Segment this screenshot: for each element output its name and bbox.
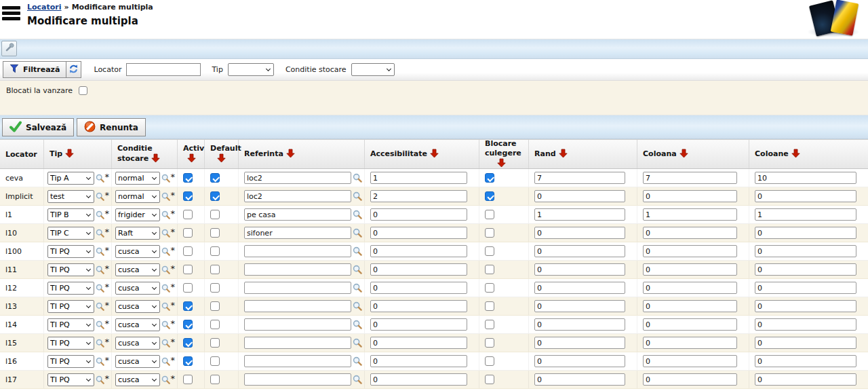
referinta-lookup-magnifier-icon[interactable] xyxy=(353,338,362,348)
sort-arrow-icon[interactable] xyxy=(217,153,236,166)
tip-lookup-magnifier-icon[interactable] xyxy=(96,320,104,329)
referinta-input[interactable] xyxy=(244,190,351,202)
locator-filter-input[interactable] xyxy=(126,63,201,76)
referinta-input[interactable] xyxy=(244,245,351,257)
blocare-culegere-checkbox[interactable] xyxy=(485,246,494,256)
tip-select[interactable]: TIP C xyxy=(48,227,94,239)
conditie-select[interactable]: cusca xyxy=(116,264,159,276)
conditie-select[interactable]: cusca xyxy=(116,246,159,257)
referinta-input[interactable] xyxy=(244,300,351,312)
coloane-input[interactable] xyxy=(755,318,856,331)
activ-checkbox[interactable] xyxy=(183,375,193,384)
activ-checkbox[interactable] xyxy=(183,246,193,256)
coloana-input[interactable] xyxy=(643,300,737,312)
conditie-lookup-magnifier-icon[interactable] xyxy=(161,247,170,256)
default-checkbox[interactable] xyxy=(210,320,220,329)
tip-lookup-magnifier-icon[interactable] xyxy=(96,265,104,274)
referinta-lookup-magnifier-icon[interactable] xyxy=(353,320,362,329)
conditie-select[interactable]: cusca xyxy=(116,337,159,349)
blocare-culegere-checkbox[interactable] xyxy=(485,283,494,293)
conditie-lookup-magnifier-icon[interactable] xyxy=(161,357,170,366)
default-checkbox[interactable] xyxy=(210,210,220,219)
coloane-input[interactable] xyxy=(755,263,856,276)
tip-lookup-magnifier-icon[interactable] xyxy=(96,357,104,366)
coloane-input[interactable] xyxy=(755,208,856,221)
coloana-input[interactable] xyxy=(643,208,737,221)
rand-input[interactable] xyxy=(534,337,625,349)
accesibilitate-input[interactable] xyxy=(370,355,467,367)
referinta-lookup-magnifier-icon[interactable] xyxy=(353,173,362,183)
coloana-input[interactable] xyxy=(643,227,737,239)
default-checkbox[interactable] xyxy=(210,173,220,183)
referinta-input[interactable] xyxy=(244,373,351,386)
coloana-input[interactable] xyxy=(643,373,737,386)
referinta-lookup-magnifier-icon[interactable] xyxy=(353,228,362,238)
coloane-input[interactable] xyxy=(755,190,856,202)
coloane-input[interactable] xyxy=(755,172,856,184)
activ-checkbox[interactable] xyxy=(183,210,193,219)
referinta-input[interactable] xyxy=(244,208,351,221)
sort-arrow-icon[interactable] xyxy=(679,149,688,161)
referinta-input[interactable] xyxy=(244,172,351,184)
sort-arrow-icon[interactable] xyxy=(65,149,74,161)
rand-input[interactable] xyxy=(534,227,625,239)
coloana-input[interactable] xyxy=(643,190,737,202)
settings-button[interactable] xyxy=(1,41,17,56)
conditie-lookup-magnifier-icon[interactable] xyxy=(161,229,170,238)
tip-select[interactable]: TI PQ xyxy=(48,282,94,294)
accesibilitate-input[interactable] xyxy=(370,318,467,331)
accesibilitate-input[interactable] xyxy=(370,227,467,239)
accesibilitate-input[interactable] xyxy=(370,282,467,294)
accesibilitate-input[interactable] xyxy=(370,208,467,221)
conditie-lookup-magnifier-icon[interactable] xyxy=(161,210,170,219)
activ-checkbox[interactable] xyxy=(183,283,193,293)
activ-checkbox[interactable] xyxy=(183,265,193,274)
referinta-lookup-magnifier-icon[interactable] xyxy=(353,191,362,201)
accesibilitate-input[interactable] xyxy=(370,300,467,312)
coloane-input[interactable] xyxy=(755,227,856,239)
conditie-select[interactable]: cusca xyxy=(116,356,159,367)
coloana-input[interactable] xyxy=(643,263,737,276)
conditie-select[interactable]: cusca xyxy=(116,282,159,294)
sort-arrow-icon[interactable] xyxy=(791,149,800,161)
referinta-input[interactable] xyxy=(244,282,351,294)
rand-input[interactable] xyxy=(534,245,625,257)
tip-select[interactable]: TI PQ xyxy=(48,246,94,257)
conditie-lookup-magnifier-icon[interactable] xyxy=(161,265,170,274)
sort-arrow-icon[interactable] xyxy=(430,149,439,161)
tip-lookup-magnifier-icon[interactable] xyxy=(96,210,104,219)
rand-input[interactable] xyxy=(534,263,625,276)
tip-select[interactable]: TIP B xyxy=(48,209,94,221)
activ-checkbox[interactable] xyxy=(183,338,193,348)
coloane-input[interactable] xyxy=(755,282,856,294)
sort-arrow-icon[interactable] xyxy=(151,153,160,166)
coloana-input[interactable] xyxy=(643,337,737,349)
referinta-input[interactable] xyxy=(244,318,351,331)
conditie-select[interactable]: Raft xyxy=(116,227,159,239)
tip-select[interactable]: test xyxy=(48,191,94,202)
accesibilitate-input[interactable] xyxy=(370,172,467,184)
conditie-lookup-magnifier-icon[interactable] xyxy=(161,375,170,384)
rand-input[interactable] xyxy=(534,373,625,386)
rand-input[interactable] xyxy=(534,318,625,331)
tip-select[interactable]: TI PQ xyxy=(48,337,94,349)
referinta-input[interactable] xyxy=(244,227,351,239)
tip-lookup-magnifier-icon[interactable] xyxy=(96,284,104,293)
coloane-input[interactable] xyxy=(755,373,856,386)
rand-input[interactable] xyxy=(534,300,625,312)
default-checkbox[interactable] xyxy=(210,338,220,348)
referinta-lookup-magnifier-icon[interactable] xyxy=(353,265,362,274)
referinta-input[interactable] xyxy=(244,355,351,367)
tip-lookup-magnifier-icon[interactable] xyxy=(96,174,104,183)
activ-checkbox[interactable] xyxy=(183,356,193,366)
tip-select[interactable]: TI PQ xyxy=(48,319,94,331)
conditie-select[interactable]: normal xyxy=(116,191,159,202)
conditie-select[interactable]: frigider xyxy=(116,209,159,221)
blocare-culegere-checkbox[interactable] xyxy=(485,210,494,219)
tip-filter-select[interactable] xyxy=(229,64,273,75)
accesibilitate-input[interactable] xyxy=(370,337,467,349)
menu-icon[interactable] xyxy=(2,6,20,24)
blocare-culegere-checkbox[interactable] xyxy=(485,173,494,183)
tip-select[interactable]: TI PQ xyxy=(48,301,94,312)
default-checkbox[interactable] xyxy=(210,228,220,238)
